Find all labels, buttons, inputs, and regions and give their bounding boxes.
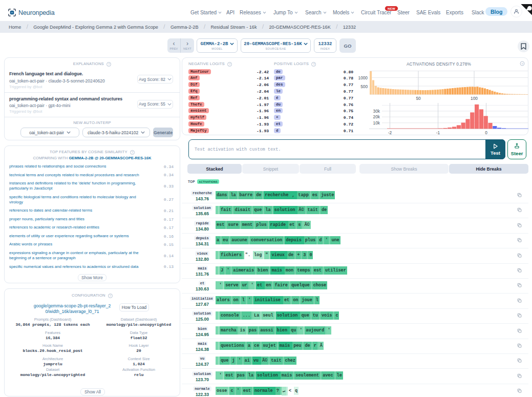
svg-text:10k: 10k bbox=[373, 120, 380, 126]
svg-text:100: 100 bbox=[471, 96, 478, 101]
svg-text:20k: 20k bbox=[373, 114, 380, 119]
svg-text:0: 0 bbox=[485, 130, 487, 135]
svg-text:50: 50 bbox=[416, 96, 421, 101]
svg-text:-1: -1 bbox=[436, 130, 440, 135]
svg-text:1000: 1000 bbox=[358, 75, 368, 80]
svg-text:-2: -2 bbox=[388, 130, 392, 135]
svg-text:500: 500 bbox=[360, 84, 368, 89]
svg-text:?: ? bbox=[521, 62, 523, 66]
svg-text:ACTIVATIONS DENSITY 0.278%: ACTIVATIONS DENSITY 0.278% bbox=[407, 62, 471, 67]
svg-text:30k: 30k bbox=[373, 109, 380, 114]
